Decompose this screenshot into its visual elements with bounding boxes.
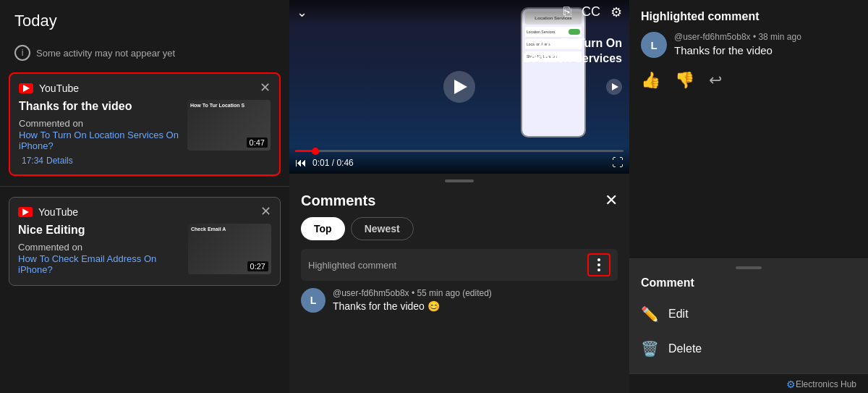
tab-newest[interactable]: Newest xyxy=(351,217,414,240)
right-actions: 👍 👎 ↩ xyxy=(641,65,856,90)
comments-section: Comments ✕ Top Newest Highlighted commen… xyxy=(289,174,629,393)
play-button[interactable] xyxy=(443,71,475,103)
notif-title-2: Nice Editing xyxy=(18,224,181,237)
notif-body-2: Nice Editing Commented on How To Check E… xyxy=(18,224,271,276)
info-icon: i xyxy=(14,45,30,61)
notif-link-2[interactable]: How To Check Email Address On iPhone? xyxy=(18,253,181,275)
right-panel: Highlighted comment L @user-fd6hm5ob8x •… xyxy=(629,0,868,393)
left-panel-header: Today xyxy=(0,0,289,38)
next-video-button[interactable] xyxy=(606,79,622,95)
delete-label: Delete xyxy=(668,342,702,355)
control-row: ⏮ 0:01 / 0:46 ⛶ xyxy=(295,156,624,169)
notif-commented-1: Commented on xyxy=(19,118,83,129)
video-player[interactable]: Location Services Location Services Loca… xyxy=(289,0,629,174)
notif-link-1[interactable]: How To Turn On Location Services On iPho… xyxy=(19,130,180,151)
notif-time-1: 17:34Details xyxy=(19,156,180,166)
comments-title: Comments xyxy=(301,193,375,209)
left-panel: Today i Some activity may not appear yet… xyxy=(0,0,289,393)
thumb-duration-1: 0:47 xyxy=(247,138,268,148)
notif-commented-2: Commented on xyxy=(18,242,82,253)
highlighted-comment-label: Highlighted comment xyxy=(308,260,396,271)
dot-2 xyxy=(597,263,600,266)
more-options-button[interactable] xyxy=(587,253,610,276)
notif-title-1: Thanks for the video xyxy=(19,100,180,113)
thumbs-up-icon[interactable]: 👍 xyxy=(641,71,660,90)
comments-tabs: Top Newest xyxy=(289,217,629,249)
phone-row-1: Location Services xyxy=(525,27,582,37)
comment-username: @user-fd6hm5ob8x • 55 min ago (edited) xyxy=(333,288,492,298)
notif-thumb-2: Check Email A 0:27 xyxy=(188,224,271,274)
chevron-down-icon[interactable]: ⌄ xyxy=(297,4,307,20)
dot-1 xyxy=(597,258,600,261)
context-handle xyxy=(629,266,868,269)
comment-text: Thanks for the video 😊 xyxy=(333,300,492,312)
right-user-info: @user-fd6hm5ob8x • 38 min ago Thanks for… xyxy=(674,32,801,56)
notif-header-1: YouTube ✕ xyxy=(19,83,271,94)
notif-source-2: YouTube xyxy=(38,206,271,218)
right-avatar: L xyxy=(641,32,667,58)
context-edit-item[interactable]: ✏️ Edit xyxy=(629,297,868,331)
thumb-duration-2: 0:27 xyxy=(247,261,268,271)
handle-bar xyxy=(445,179,474,182)
notification-card-2[interactable]: YouTube ✕ Nice Editing Commented on How … xyxy=(9,197,281,286)
comments-close-button[interactable]: ✕ xyxy=(605,191,618,210)
close-notif-2[interactable]: ✕ xyxy=(260,205,271,218)
video-controls: ⏮ 0:01 / 0:46 ⛶ xyxy=(289,147,629,174)
comment-item: L @user-fd6hm5ob8x • 55 min ago (edited)… xyxy=(289,288,629,321)
skip-back-icon[interactable]: ⏮ xyxy=(295,156,307,169)
context-delete-item[interactable]: 🗑️ Delete xyxy=(629,331,868,366)
context-menu: Comment ✏️ Edit 🗑️ Delete xyxy=(629,259,868,373)
thumb-text-2: Check Email A xyxy=(191,227,226,232)
delete-icon: 🗑️ xyxy=(641,340,658,358)
comment-content: @user-fd6hm5ob8x • 55 min ago (edited) T… xyxy=(333,288,492,313)
right-username: @user-fd6hm5ob8x • 38 min ago xyxy=(674,32,801,42)
context-menu-header: Comment xyxy=(629,274,868,297)
notif-thumb-1: How To Tur Location S 0:47 xyxy=(187,100,271,151)
video-topbar: ⌄ ⎘ CC ⚙ xyxy=(289,0,629,25)
video-title-overlay: How To Turn OnLocation Services xyxy=(521,36,622,67)
close-notif-1[interactable]: ✕ xyxy=(260,81,271,94)
video-top-right: ⎘ CC ⚙ xyxy=(563,4,622,20)
video-time: 0:01 / 0:46 xyxy=(312,158,606,168)
right-panel-title: Highlighted comment xyxy=(641,10,856,23)
settings-icon[interactable]: ⚙ xyxy=(610,4,622,20)
activity-notice-text: Some activity may not appear yet xyxy=(36,48,175,59)
comments-header: Comments ✕ xyxy=(289,185,629,217)
brand-text: Electronics Hub xyxy=(796,379,856,389)
cast-icon[interactable]: ⎘ xyxy=(563,4,571,20)
notif-source-1: YouTube xyxy=(39,83,271,94)
captions-icon[interactable]: CC xyxy=(582,4,600,20)
phone-toggle-1 xyxy=(569,29,580,35)
reply-icon[interactable]: ↩ xyxy=(709,71,722,90)
progress-bar[interactable] xyxy=(295,150,624,152)
context-handle-bar xyxy=(736,266,762,269)
branding-bar: ⚙ Electronics Hub xyxy=(629,373,868,393)
right-comment-text: Thanks for the video xyxy=(674,44,801,56)
brand-icon: ⚙ xyxy=(786,379,796,390)
notif-text-2: Nice Editing Commented on How To Check E… xyxy=(18,224,181,276)
thumbs-down-icon[interactable]: 👎 xyxy=(675,71,694,90)
page-title: Today xyxy=(14,12,275,30)
right-top-section: Highlighted comment L @user-fd6hm5ob8x •… xyxy=(629,0,868,259)
notif-text-1: Thanks for the video Commented on How To… xyxy=(19,100,180,166)
edit-icon: ✏️ xyxy=(641,305,658,323)
drag-handle xyxy=(289,174,629,185)
comment-avatar: L xyxy=(301,288,326,313)
notif-body-1: Thanks for the video Commented on How To… xyxy=(19,100,271,166)
tab-top[interactable]: Top xyxy=(301,217,345,240)
youtube-icon-2 xyxy=(18,207,33,217)
dot-3 xyxy=(597,269,600,271)
fullscreen-icon[interactable]: ⛶ xyxy=(612,156,624,169)
progress-dot xyxy=(312,148,319,155)
phone-screen: Location Services Location Services Loca… xyxy=(522,9,584,136)
right-user-row: L @user-fd6hm5ob8x • 38 min ago Thanks f… xyxy=(641,32,856,58)
middle-panel: Location Services Location Services Loca… xyxy=(289,0,629,393)
activity-notice: i Some activity may not appear yet xyxy=(0,38,289,69)
youtube-icon-1 xyxy=(19,83,33,93)
edit-label: Edit xyxy=(668,308,689,321)
divider-1 xyxy=(0,186,289,187)
notif-header-2: YouTube ✕ xyxy=(18,206,271,218)
notification-card-1[interactable]: YouTube ✕ Thanks for the video Commented… xyxy=(9,72,281,176)
video-phone-mockup: Location Services Location Services Loca… xyxy=(521,7,586,138)
highlight-banner: Highlighted comment xyxy=(301,249,618,281)
